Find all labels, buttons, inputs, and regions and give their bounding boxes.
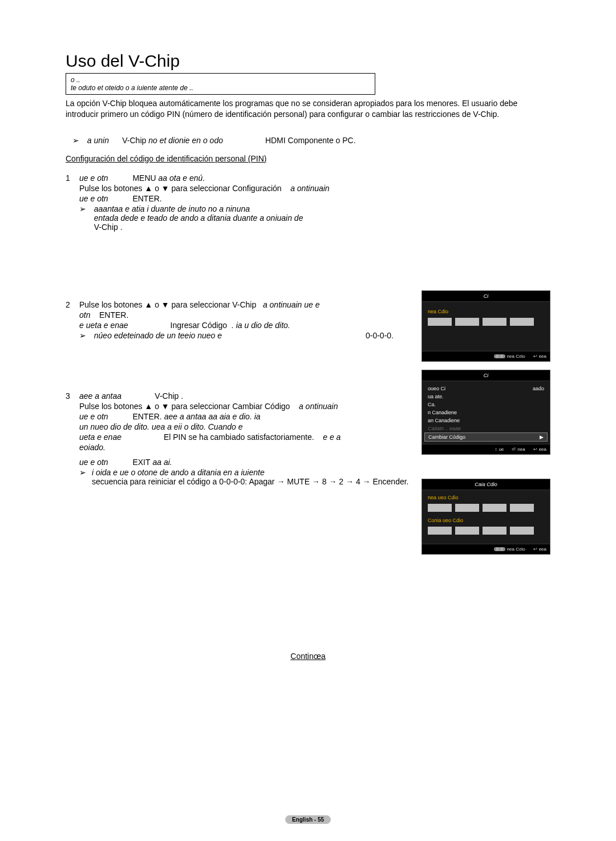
s3l7b: EXIT (132, 458, 150, 467)
osd-label-confirm: Conia ueo Cdio (428, 517, 544, 523)
intro-text: La opción V-Chip bloquea automáticamente… (66, 98, 550, 120)
footer-enter: 0~9nea Cdio (494, 547, 525, 552)
continue-link: Continœa (66, 652, 550, 661)
return-icon (533, 447, 537, 452)
pin-box[interactable] (510, 527, 534, 535)
footer-enter: 0~9nea Cdio (494, 354, 525, 359)
page-number: English - 55 (0, 814, 616, 824)
s3l3b: ENTER. (132, 412, 161, 421)
step-num-1: 1 (66, 173, 79, 232)
arrow-icon: ➢ (79, 331, 86, 340)
footer-move: oe (495, 447, 504, 452)
pin-box[interactable] (428, 527, 452, 535)
menu-item[interactable]: an Canadiene (422, 417, 550, 424)
s3n1: i oida e ue o otone de ando a ditania en… (92, 468, 265, 477)
s1l3a: ue e otn (79, 194, 108, 203)
s1n1: aaantaa e atia i duante de inuto no a ni… (94, 204, 250, 213)
osd-label: nea Cdio (428, 309, 544, 314)
s1l1a: ue e otn (79, 173, 108, 183)
return-icon (533, 354, 537, 359)
s2l3b: Ingresar Código (171, 321, 228, 330)
notice-line2: te oduto et oteido o a iuiente atente de… (71, 84, 370, 92)
step-1: 1 ue e otn MENU aa ota e enú. Pulse los … (66, 173, 550, 232)
s2l1b: a ontinuain ue e (263, 300, 320, 309)
arrow-icon: ➢ (79, 204, 86, 213)
osd-vchip-menu: Ci oueo Ciaado ua ate. Ca. n Canadiene a… (422, 370, 550, 455)
pin-box[interactable] (455, 527, 479, 535)
s3l2: Pulse los botones ▲ o ▼ para seleccionar… (79, 402, 290, 411)
s1l1c: aa ota e enú. (156, 173, 205, 183)
arrow-icon: ➢ (72, 136, 79, 145)
s3l1a: aee a antaa (79, 391, 121, 401)
pin-row (428, 318, 544, 326)
osd-title: Ci (422, 370, 550, 381)
modes-row: ➢ a unin V-Chip no et dionie en o odo HD… (72, 136, 550, 145)
s2note: núeo edeteinado de un teeio nueo e (94, 331, 222, 340)
footer-enter: nea (512, 447, 525, 452)
s1l1b: MENU (132, 173, 156, 183)
s3l5b: El PIN se ha cambiado satisfactoriamente… (164, 432, 314, 442)
menu-item[interactable]: n Canadiene (422, 409, 550, 417)
chevron-right-icon: ▶ (540, 434, 544, 440)
notice-box: o .. te oduto et oteido o a iuiente aten… (66, 73, 375, 95)
arrow-icon: ➢ (79, 468, 86, 477)
menu-item[interactable]: oueo Ciaado (422, 385, 550, 393)
footer-return: eea (533, 447, 546, 452)
s1l2b: a ontinuain (290, 184, 330, 193)
modes-right: HDMI Componente o PC. (265, 136, 356, 145)
pin-box[interactable] (483, 318, 506, 326)
s1l2: Pulse los botones ▲ o ▼ para seleccionar… (79, 184, 282, 193)
s2code: 0-0-0-0. (366, 331, 416, 340)
modes-mid: no et dionie en o odo (146, 136, 223, 145)
pin-box[interactable] (455, 318, 479, 326)
osd-title: Ci (422, 291, 550, 302)
pin-box[interactable] (510, 318, 534, 326)
pin-row (428, 504, 544, 512)
pin-box[interactable] (483, 504, 506, 512)
osd-enter-code: Ci nea Cdio 0~9nea Cdio eea (422, 290, 550, 362)
pin-box[interactable] (483, 527, 506, 535)
s1n3: V-Chip . (94, 223, 123, 232)
subheading: Configuración del código de identificaci… (66, 154, 550, 163)
s3l3a: ue e otn (79, 412, 108, 421)
notice-line1: o .. (71, 76, 370, 84)
enter-icon (512, 447, 516, 452)
menu-item-selected[interactable]: Cambiar Código▶ (424, 432, 548, 442)
pin-row (428, 527, 544, 535)
page-title: Uso del V-Chip (66, 51, 550, 71)
s2l2b: ENTER. (99, 310, 128, 320)
s2l3a: e ueta e enae (79, 321, 128, 330)
s3l7a: ue e otn (79, 458, 108, 467)
s3l6: eoiado. (79, 443, 106, 452)
s2l3c: . ia u dio de dito. (232, 321, 290, 330)
menu-item-disabled: Caiiatn .. eaae (422, 424, 550, 432)
s3l4: un nueo dio de dito. uea a eii o dito. C… (79, 422, 242, 431)
return-icon (533, 547, 537, 552)
modes-lead: a unin (87, 136, 109, 145)
menu-item[interactable]: ua ate. (422, 393, 550, 401)
pin-box[interactable] (510, 504, 534, 512)
osd-change-code: Caia Cdio nea ueo Cdio Conia ueo Cdio 0~… (422, 479, 550, 555)
s3l1b: V-Chip . (155, 391, 183, 401)
s3n2: secuencia para reiniciar el código a 0-0… (92, 477, 409, 486)
s3l5a: ueta e enae (79, 432, 121, 442)
menu-item[interactable]: Ca. (422, 401, 550, 409)
s3l7c: aa ai. (151, 458, 172, 467)
step-num-3: 3 (66, 391, 79, 486)
s3l2b: a ontinuain (299, 402, 338, 411)
s3l5c: e e a (323, 432, 341, 442)
move-icon (495, 447, 497, 452)
osd-label-new: nea ueo Cdio (428, 495, 544, 500)
s3l3c: aee a antaa aa aia e dio. ia (162, 412, 261, 421)
osd-title: Caia Cdio (422, 479, 550, 490)
s2l2a: otn (79, 310, 90, 320)
step-num-2: 2 (66, 300, 79, 340)
s1n2: entada dede e teado de ando a ditania du… (94, 213, 303, 223)
pin-box[interactable] (455, 504, 479, 512)
modes-vchip: V-Chip (122, 136, 146, 145)
pin-box[interactable] (428, 318, 452, 326)
pin-box[interactable] (428, 504, 452, 512)
footer-return: eea (533, 547, 546, 552)
s1l3b: ENTER. (132, 194, 161, 203)
s2l1: Pulse los botones ▲ o ▼ para seleccionar… (79, 300, 256, 309)
